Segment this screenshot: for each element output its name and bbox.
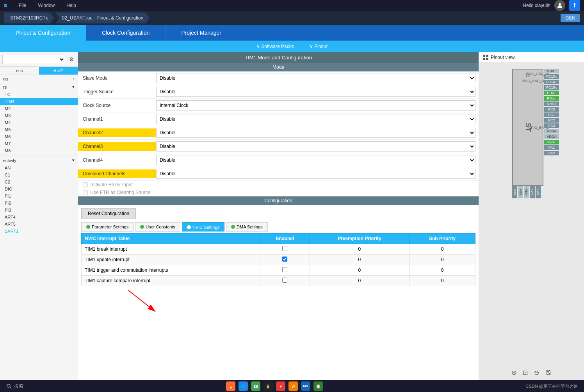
svg-rect-3 [483,55,485,57]
sidebar-item-c1[interactable]: C1 [0,171,78,178]
sidebar-section-rs[interactable]: rs ▾ [0,83,78,91]
nvic-enabled-update[interactable] [260,255,310,265]
nvic-row-update: TIM1 update interrupt 0 0 [82,255,475,265]
main-tabs: Pinout & Configuration Clock Configurati… [0,25,584,41]
sidebar-item-m3[interactable]: M3 [0,112,78,119]
tab-project-manager[interactable]: Project Manager [166,25,237,41]
tab-user-constants[interactable]: User Constants [135,222,180,232]
checkbox-break-nvic[interactable] [282,246,287,251]
right-panel-header: Pinout view [479,52,584,63]
svg-point-7 [7,384,10,387]
zoom-out-button[interactable]: ⊖ [534,369,539,376]
checkbox-row-break-input: Activate-Break-Input [78,181,479,189]
sidebar-item-m6[interactable]: M6 [0,133,78,140]
sidebar-section-og[interactable]: og › [0,75,78,83]
select-channel1[interactable]: Disable [156,114,475,124]
menu-window[interactable]: Window [38,3,55,8]
tab-parameter-settings[interactable]: Parameter Settings [81,222,134,232]
app-logo: ≡ [4,2,7,9]
checkbox-trigger-nvic[interactable] [282,267,287,272]
label-user-constants: User Constants [146,225,175,229]
label-channel1: Channel1 [78,115,156,123]
sidebar-item-pi1[interactable]: PI1 [0,192,78,200]
sidebar-item-sart1[interactable]: SART1 [0,228,78,235]
pin-pc15: PC15-. [544,85,559,90]
sidebar-tab-ries[interactable]: ries [0,67,39,75]
menu-file[interactable]: File [19,3,26,8]
nvic-preemption-update: 0 [310,255,409,265]
tab-clock-config[interactable]: Clock Configuration [86,25,166,41]
tab-dma-settings[interactable]: DMA Settings [226,222,268,232]
taskbar-icon-mx[interactable]: MX [301,381,310,391]
sidebar-item-art5[interactable]: ART5 [0,221,78,228]
checkbox-capture-nvic[interactable] [282,278,287,283]
breadcrumb-chip[interactable]: STM32F103RCTx [4,12,54,23]
select-channel2[interactable]: Disable [156,128,475,138]
bottom-bar: 搜索 🔥 🌐 📧 🐧 ♥ W MX 📋 CSDN @夏王林的学习之路 [0,380,584,392]
breadcrumb-project[interactable]: 02_USART.ioc - Pinout & Configuration [56,12,150,23]
sidebar-item-an[interactable]: AN [0,164,78,171]
select-channel3[interactable]: Disable [156,141,475,151]
label-trigger-source: Trigger Source [78,87,156,96]
pin-vbat: VBAT [544,69,559,73]
taskbar-icon-1[interactable]: 🔥 [226,381,235,391]
sidebar-item-m2[interactable]: M2 [0,105,78,112]
zoom-in-button[interactable]: ⊕ [511,369,516,376]
chevron-up-icon: ▾ [72,84,75,89]
select-combined-channels[interactable]: Disable [156,169,475,179]
select-trigger-source[interactable]: Disable [156,87,475,97]
tab-pinout-config[interactable]: Pinout & Configuration [0,25,86,41]
sidebar-item-m5[interactable]: M5 [0,126,78,133]
sidebar-item-c2[interactable]: C2 [0,178,78,185]
sidebar-dropdown[interactable] [2,55,65,64]
attribution-text: CSDN @夏王林的学习之路 [526,383,578,389]
sidebar-item-dio[interactable]: DIO [0,185,78,192]
menu-help[interactable]: Help [66,3,76,8]
sidebar-section-connectivity[interactable]: ectivity ▾ [0,156,78,164]
nvic-enabled-capture[interactable] [260,276,310,286]
select-channel4[interactable]: Disable [156,155,475,165]
nvic-name-capture: TIM1 capture compare interrupt [82,276,260,286]
taskbar-icon-3[interactable]: 📧 [251,381,260,391]
pin-pa0: PA0-. [544,140,559,144]
sidebar-gear-button[interactable]: ⚙ [68,55,75,63]
user-avatar [554,0,565,11]
chevron-right-icon: › [73,77,75,81]
sidebar-item-pi2[interactable]: PI2 [0,200,78,207]
sidebar-item-tim1[interactable]: TIM1 [0,98,78,105]
checkbox-break-input[interactable] [83,182,88,187]
taskbar-icon-4[interactable]: 🐧 [264,381,273,391]
pin-vssa: VSSA [544,129,559,134]
taskbar-icon-5[interactable]: ♥ [276,381,285,391]
zoom-fit-button[interactable]: ⊡ [523,369,528,376]
nvic-enabled-trigger[interactable] [260,265,310,276]
checkbox-etr[interactable] [83,190,88,195]
nvic-row-break: TIM1 break interrupt 0 0 [82,244,475,255]
pinout-view-area[interactable]: ST RCC_OSC_IN RCC_OSC_OUT GPIO_EXTI0 VBA… [479,63,584,380]
sidebar-item-pi3[interactable]: PI3 [0,207,78,214]
select-clock-source[interactable]: Internal Clock [156,100,475,110]
subtab-pinout[interactable]: ∨ Pinout [310,44,328,49]
sidebar-tab-atoz[interactable]: A->Z [39,67,78,75]
taskbar-icon-6[interactable]: W [288,381,298,391]
generate-button[interactable]: GEN [561,14,580,22]
checkbox-update-nvic[interactable] [282,257,287,262]
sidebar-item-m8[interactable]: M8 [0,147,78,154]
reset-configuration-button[interactable]: Reset Configuration [81,208,136,219]
tab-nvic-settings[interactable]: NVIC Settings [182,222,224,232]
dot-user-constants [140,225,144,229]
select-slave-mode[interactable]: Disable [156,73,475,83]
taskbar-icon-7[interactable]: 📋 [313,381,323,391]
config-row-trigger-source: Trigger Source Disable [78,85,479,99]
label-combined-channels: Combined Channels [78,169,156,178]
sidebar-item-art4[interactable]: ART4 [0,214,78,221]
tab-extra[interactable] [237,25,347,41]
sidebar-item-tc[interactable]: TC [0,91,78,98]
taskbar-icon-2[interactable]: 🌐 [239,381,248,391]
sidebar-item-m7[interactable]: M7 [0,140,78,147]
nvic-col-enabled: Enabled [260,233,310,244]
nvic-enabled-break[interactable] [260,244,310,255]
sidebar-item-m4[interactable]: M4 [0,119,78,126]
subtab-software-packs[interactable]: ∨ Software Packs [256,44,294,49]
export-button[interactable]: 🖻 [545,369,552,376]
